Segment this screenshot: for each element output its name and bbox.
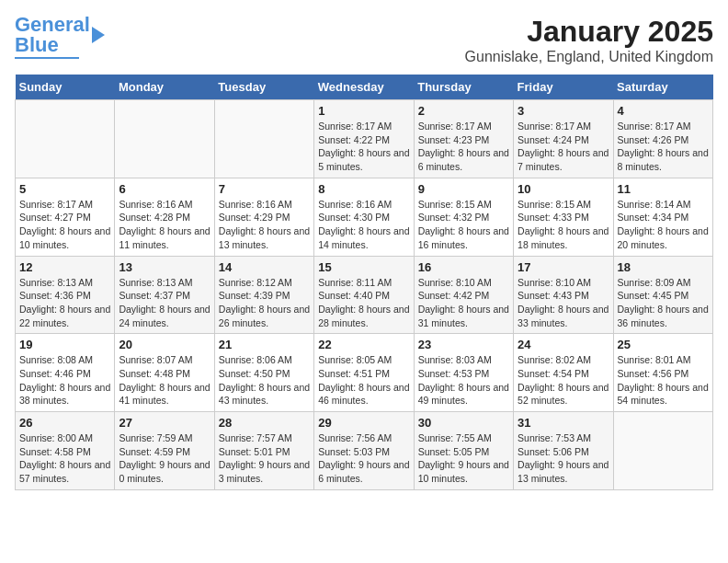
calendar-body: 1Sunrise: 8:17 AM Sunset: 4:22 PM Daylig… [16,100,713,490]
day-number: 6 [119,182,210,196]
day-info: Sunrise: 7:57 AM Sunset: 5:01 PM Dayligh… [219,431,310,486]
day-info: Sunrise: 8:12 AM Sunset: 4:39 PM Dayligh… [219,276,310,330]
day-info: Sunrise: 8:08 AM Sunset: 4:46 PM Dayligh… [19,353,110,408]
day-info: Sunrise: 8:17 AM Sunset: 4:27 PM Dayligh… [19,198,110,252]
calendar-cell: 12Sunrise: 8:13 AM Sunset: 4:36 PM Dayli… [16,256,115,334]
day-number: 29 [318,416,409,430]
day-info: Sunrise: 8:15 AM Sunset: 4:33 PM Dayligh… [518,198,609,252]
day-info: Sunrise: 8:01 AM Sunset: 4:56 PM Dayligh… [618,353,709,408]
weekday-header-wednesday: Wednesday [314,75,414,100]
day-number: 15 [318,260,409,274]
day-number: 10 [518,182,609,196]
day-number: 16 [418,260,509,274]
calendar-cell: 18Sunrise: 8:09 AM Sunset: 4:45 PM Dayli… [613,256,712,334]
day-info: Sunrise: 8:00 AM Sunset: 4:58 PM Dayligh… [19,431,110,486]
day-info: Sunrise: 8:07 AM Sunset: 4:48 PM Dayligh… [119,353,210,408]
calendar-cell: 3Sunrise: 8:17 AM Sunset: 4:24 PM Daylig… [514,100,613,178]
day-number: 30 [418,416,509,430]
weekday-header-thursday: Thursday [414,75,513,100]
day-info: Sunrise: 8:13 AM Sunset: 4:37 PM Dayligh… [119,276,210,330]
calendar-cell: 9Sunrise: 8:15 AM Sunset: 4:32 PM Daylig… [414,178,513,256]
calendar-cell: 30Sunrise: 7:55 AM Sunset: 5:05 PM Dayli… [414,412,513,490]
calendar-week-3: 12Sunrise: 8:13 AM Sunset: 4:36 PM Dayli… [16,256,713,334]
day-info: Sunrise: 8:13 AM Sunset: 4:36 PM Dayligh… [19,276,110,330]
logo: General Blue [15,15,105,59]
day-number: 8 [318,182,409,196]
day-info: Sunrise: 7:53 AM Sunset: 5:06 PM Dayligh… [518,431,609,486]
day-info: Sunrise: 8:17 AM Sunset: 4:23 PM Dayligh… [418,120,509,174]
calendar-cell: 23Sunrise: 8:03 AM Sunset: 4:53 PM Dayli… [414,334,513,412]
logo-text: General Blue [15,15,90,55]
calendar-cell [613,412,712,490]
day-number: 1 [318,104,409,118]
weekday-header-tuesday: Tuesday [214,75,313,100]
logo-arrow-icon [92,27,105,43]
calendar-header: SundayMondayTuesdayWednesdayThursdayFrid… [16,75,713,100]
page-header: General Blue January 2025 Gunnislake, En… [15,15,713,65]
day-info: Sunrise: 8:17 AM Sunset: 4:24 PM Dayligh… [518,120,609,174]
calendar-cell: 29Sunrise: 7:56 AM Sunset: 5:03 PM Dayli… [314,412,414,490]
day-info: Sunrise: 8:16 AM Sunset: 4:29 PM Dayligh… [219,198,310,252]
day-number: 19 [19,338,110,351]
calendar-cell: 13Sunrise: 8:13 AM Sunset: 4:37 PM Dayli… [115,256,214,334]
day-info: Sunrise: 8:16 AM Sunset: 4:30 PM Dayligh… [318,198,409,252]
day-number: 18 [618,260,709,274]
calendar-cell: 5Sunrise: 8:17 AM Sunset: 4:27 PM Daylig… [16,178,115,256]
day-info: Sunrise: 8:03 AM Sunset: 4:53 PM Dayligh… [418,353,509,408]
day-number: 21 [219,338,310,351]
day-number: 28 [219,416,310,430]
day-number: 26 [19,416,110,430]
calendar-cell: 26Sunrise: 8:00 AM Sunset: 4:58 PM Dayli… [16,412,115,490]
calendar-cell: 15Sunrise: 8:11 AM Sunset: 4:40 PM Dayli… [314,256,414,334]
title-section: January 2025 Gunnislake, England, United… [465,15,713,65]
day-number: 22 [318,338,409,351]
day-number: 24 [518,338,609,351]
day-number: 13 [119,260,210,274]
day-number: 9 [418,182,509,196]
day-info: Sunrise: 7:56 AM Sunset: 5:03 PM Dayligh… [318,431,409,486]
weekday-header-saturday: Saturday [613,75,712,100]
day-info: Sunrise: 8:02 AM Sunset: 4:54 PM Dayligh… [518,353,609,408]
day-info: Sunrise: 8:15 AM Sunset: 4:32 PM Dayligh… [418,198,509,252]
calendar-cell: 7Sunrise: 8:16 AM Sunset: 4:29 PM Daylig… [214,178,313,256]
day-number: 4 [618,104,709,118]
calendar-cell: 4Sunrise: 8:17 AM Sunset: 4:26 PM Daylig… [613,100,712,178]
weekday-header-sunday: Sunday [16,75,115,100]
calendar-cell: 25Sunrise: 8:01 AM Sunset: 4:56 PM Dayli… [613,334,712,412]
day-info: Sunrise: 8:05 AM Sunset: 4:51 PM Dayligh… [318,353,409,408]
calendar-subtitle: Gunnislake, England, United Kingdom [465,49,713,65]
day-number: 17 [518,260,609,274]
day-number: 11 [618,182,709,196]
day-info: Sunrise: 8:11 AM Sunset: 4:40 PM Dayligh… [318,276,409,330]
calendar-week-1: 1Sunrise: 8:17 AM Sunset: 4:22 PM Daylig… [16,100,713,178]
logo-underline [15,57,79,59]
calendar-cell: 31Sunrise: 7:53 AM Sunset: 5:06 PM Dayli… [514,412,613,490]
day-number: 12 [19,260,110,274]
calendar-cell: 20Sunrise: 8:07 AM Sunset: 4:48 PM Dayli… [115,334,214,412]
day-info: Sunrise: 8:16 AM Sunset: 4:28 PM Dayligh… [119,198,210,252]
day-number: 23 [418,338,509,351]
weekday-row: SundayMondayTuesdayWednesdayThursdayFrid… [16,75,713,100]
calendar-cell: 27Sunrise: 7:59 AM Sunset: 4:59 PM Dayli… [115,412,214,490]
calendar-cell: 22Sunrise: 8:05 AM Sunset: 4:51 PM Dayli… [314,334,414,412]
day-info: Sunrise: 8:14 AM Sunset: 4:34 PM Dayligh… [618,198,709,252]
day-number: 20 [119,338,210,351]
calendar-week-4: 19Sunrise: 8:08 AM Sunset: 4:46 PM Dayli… [16,334,713,412]
calendar-cell: 28Sunrise: 7:57 AM Sunset: 5:01 PM Dayli… [214,412,313,490]
day-number: 2 [418,104,509,118]
logo-blue: Blue [15,33,59,56]
calendar-table: SundayMondayTuesdayWednesdayThursdayFrid… [15,75,713,490]
calendar-cell: 17Sunrise: 8:10 AM Sunset: 4:43 PM Dayli… [514,256,613,334]
day-info: Sunrise: 8:09 AM Sunset: 4:45 PM Dayligh… [618,276,709,330]
day-number: 14 [219,260,310,274]
day-number: 25 [618,338,709,351]
day-info: Sunrise: 8:17 AM Sunset: 4:26 PM Dayligh… [618,120,709,174]
day-info: Sunrise: 7:59 AM Sunset: 4:59 PM Dayligh… [119,431,210,486]
day-info: Sunrise: 8:10 AM Sunset: 4:43 PM Dayligh… [518,276,609,330]
calendar-cell: 8Sunrise: 8:16 AM Sunset: 4:30 PM Daylig… [314,178,414,256]
calendar-cell: 24Sunrise: 8:02 AM Sunset: 4:54 PM Dayli… [514,334,613,412]
calendar-cell: 19Sunrise: 8:08 AM Sunset: 4:46 PM Dayli… [16,334,115,412]
calendar-cell: 2Sunrise: 8:17 AM Sunset: 4:23 PM Daylig… [414,100,513,178]
calendar-cell: 14Sunrise: 8:12 AM Sunset: 4:39 PM Dayli… [214,256,313,334]
weekday-header-friday: Friday [514,75,613,100]
